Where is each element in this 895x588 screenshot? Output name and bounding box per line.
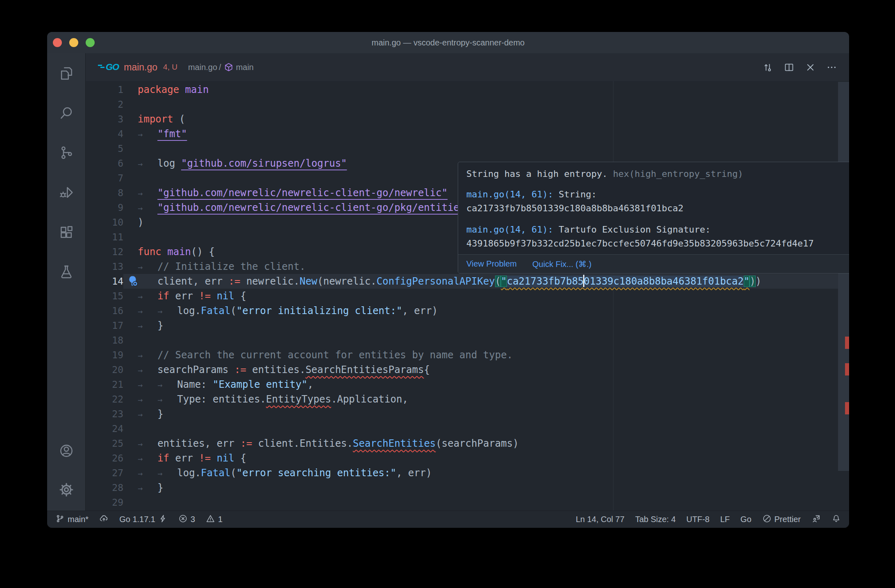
branch-status[interactable]: main* (55, 514, 89, 525)
code-line[interactable]: 1package main (86, 82, 849, 97)
formatter-status[interactable]: Prettier (762, 514, 801, 525)
line-number: 22 (86, 392, 123, 407)
tooltip-location-link[interactable]: main.go(14, 61): (466, 224, 553, 235)
status-item-label: main* (68, 515, 89, 524)
testing-icon[interactable] (59, 264, 74, 280)
code-line[interactable]: 25→entities, err := client.Entities.Sear… (86, 436, 849, 451)
line-number: 10 (86, 215, 123, 230)
breadcrumb-file[interactable]: main.go (188, 63, 217, 72)
encoding-status[interactable]: UTF-8 (686, 515, 710, 524)
cursor-position[interactable]: Ln 14, Col 77 (576, 515, 625, 524)
breadcrumb-symbol[interactable]: main (236, 63, 254, 72)
tooltip-string-value: ca21733fb7b8501339c180a8b8ba46381f01bca2 (466, 201, 843, 215)
more-actions-icon[interactable] (823, 59, 840, 76)
close-editor-icon[interactable] (802, 59, 819, 76)
tab-whitespace-arrow: → (138, 304, 157, 319)
code-line[interactable]: 21→→Name: "Example entity", (86, 377, 849, 392)
code-line[interactable]: 20→searchParams := entities.SearchEntiti… (86, 362, 849, 377)
activity-bar (47, 53, 86, 511)
tab-whitespace-arrow: → (138, 407, 157, 422)
line-number: 2 (86, 97, 123, 112)
code-line[interactable]: 5 (86, 141, 849, 156)
code-line[interactable]: 16→→log.Fatal("error initializing client… (86, 303, 849, 318)
status-item-label: Go 1.17.1 (119, 515, 155, 524)
breadcrumb-separator: / (219, 63, 221, 72)
editor-title-row[interactable]: GO main.go 4, U main.go / main (86, 53, 849, 81)
code-line[interactable]: 3import ( (86, 112, 849, 127)
tooltip-body: String has a high entropy. hex(high_entr… (458, 162, 849, 251)
feedback[interactable] (811, 514, 821, 525)
tab-whitespace-arrow: → (138, 127, 157, 142)
line-number: 20 (86, 362, 123, 377)
indentation-status[interactable]: Tab Size: 4 (635, 515, 676, 524)
lightbulb-icon[interactable] (126, 275, 139, 287)
line-number: 16 (86, 303, 123, 318)
split-editor-icon[interactable] (780, 59, 797, 76)
code-line[interactable]: 22→→Type: entities.EntityTypes.Applicati… (86, 392, 849, 407)
code-editor[interactable]: 1package main23import (4→"fmt"56→log "gi… (86, 81, 849, 511)
editor-actions (759, 53, 840, 81)
language-mode[interactable]: Go (741, 515, 752, 524)
tooltip-source: hex(high_entropy_string) (613, 169, 743, 179)
publish-status[interactable] (99, 514, 109, 525)
code-line[interactable]: 27→→log.Fatal("error searching entities:… (86, 466, 849, 480)
error-count[interactable]: 3 (178, 514, 195, 525)
code-line[interactable]: 26→if err != nil { (86, 451, 849, 466)
settings-gear-icon[interactable] (59, 482, 74, 498)
run-debug-icon[interactable] (59, 185, 74, 200)
title-bar: main.go — vscode-entropy-scanner-demo (47, 32, 849, 54)
window-title: main.go — vscode-entropy-scanner-demo (47, 32, 849, 53)
tooltip-label: Tartufo Exclusion Signature: (553, 224, 711, 235)
open-changes-icon[interactable] (759, 59, 776, 76)
status-bar-left: main*Go 1.17.131 (55, 514, 223, 525)
go-version-status[interactable]: Go 1.17.1 (119, 514, 168, 525)
tab-filename[interactable]: main.go (124, 62, 157, 73)
code-line[interactable]: 23→} (86, 407, 849, 421)
quick-fix-link[interactable]: Quick Fix... (⌘.) (532, 259, 591, 269)
view-problem-link[interactable]: View Problem (466, 259, 517, 269)
status-item-label: 1 (218, 515, 223, 524)
warning-count[interactable]: 1 (206, 514, 223, 525)
tab-whitespace-arrow: → (138, 481, 157, 495)
extensions-icon[interactable] (59, 224, 74, 240)
status-item-label: 3 (191, 515, 195, 524)
tooltip-location-link[interactable]: main.go(14, 61): (466, 189, 553, 199)
line-number: 24 (86, 421, 123, 436)
line-number: 6 (86, 156, 123, 171)
notifications-bell[interactable] (831, 514, 841, 525)
code-line[interactable]: 2 (86, 97, 849, 112)
source-control-icon[interactable] (59, 145, 74, 161)
overview-error-mark (845, 402, 849, 414)
zap-icon (158, 514, 168, 525)
line-number: 21 (86, 377, 123, 392)
accounts-icon[interactable] (59, 443, 74, 459)
code-line[interactable]: 24 (86, 421, 849, 436)
overview-error-mark (845, 337, 849, 349)
tab-whitespace-arrow: → (138, 466, 157, 481)
code-line[interactable]: 29 (86, 495, 849, 510)
line-number: 23 (86, 407, 123, 421)
tab-whitespace-arrow: → (138, 319, 157, 333)
prettier-icon (762, 514, 772, 525)
breadcrumb[interactable]: main.go / main (188, 62, 254, 72)
search-icon[interactable] (59, 105, 74, 121)
status-item-label: Ln 14, Col 77 (576, 515, 625, 524)
feedback-icon (811, 514, 821, 525)
line-number: 28 (86, 480, 123, 495)
status-item-label: UTF-8 (686, 515, 710, 524)
line-number: 25 (86, 436, 123, 451)
tab-whitespace-arrow: → (138, 451, 157, 466)
text-cursor (583, 275, 584, 287)
code-line[interactable]: 14client, err := newrelic.New(newrelic.C… (86, 274, 849, 289)
git-branch-icon (55, 514, 65, 525)
code-line[interactable]: 28→} (86, 480, 849, 495)
code-line[interactable]: 17→} (86, 318, 849, 333)
code-line[interactable]: 4→"fmt" (86, 127, 849, 141)
overview-error-mark (845, 363, 849, 375)
code-line[interactable]: 19→// Search the current account for ent… (86, 348, 849, 362)
explorer-icon[interactable] (59, 66, 74, 81)
code-line[interactable]: 18 (86, 333, 849, 348)
eol-status[interactable]: LF (720, 515, 730, 524)
code-line[interactable]: 15→if err != nil { (86, 289, 849, 303)
status-bar: main*Go 1.17.131 Ln 14, Col 77Tab Size: … (47, 511, 849, 528)
